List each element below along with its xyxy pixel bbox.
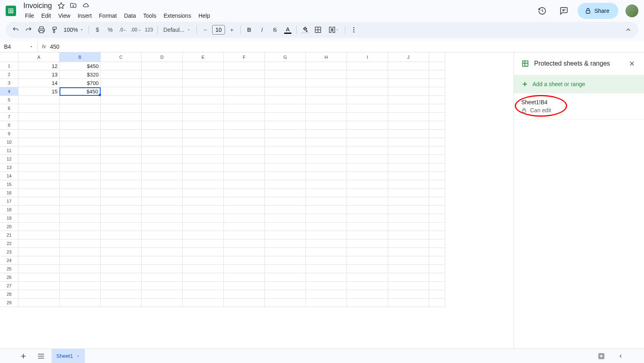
cell[interactable] <box>60 214 101 223</box>
cell[interactable] <box>142 79 183 87</box>
cell[interactable] <box>142 299 183 307</box>
cell[interactable] <box>183 299 224 307</box>
cell[interactable] <box>183 138 224 146</box>
cell[interactable] <box>60 104 101 113</box>
history-icon[interactable] <box>534 3 550 19</box>
increase-decimal-button[interactable]: .00→ <box>130 24 142 36</box>
zoom-select[interactable]: 100% <box>61 27 86 33</box>
cell[interactable] <box>265 223 306 231</box>
cell[interactable]: 13 <box>19 70 60 79</box>
cell[interactable] <box>388 197 429 206</box>
cell[interactable] <box>19 180 60 189</box>
cell[interactable] <box>388 299 429 307</box>
undo-button[interactable] <box>10 24 22 36</box>
cell[interactable] <box>183 70 224 79</box>
menu-data[interactable]: Data <box>121 11 139 21</box>
cell[interactable] <box>183 180 224 189</box>
cell[interactable] <box>265 87 306 96</box>
cell[interactable] <box>388 206 429 214</box>
cell[interactable] <box>265 70 306 79</box>
cell[interactable] <box>101 290 142 299</box>
cell[interactable] <box>60 223 101 231</box>
col-header-A[interactable]: A <box>19 52 60 62</box>
col-header-D[interactable]: D <box>142 52 183 62</box>
cell[interactable] <box>19 273 60 282</box>
all-sheets-button[interactable] <box>34 349 48 363</box>
cell[interactable] <box>347 104 388 113</box>
cell[interactable] <box>388 163 429 172</box>
cell[interactable] <box>347 87 388 96</box>
cell[interactable] <box>183 256 224 265</box>
cell[interactable] <box>142 248 183 256</box>
row-header[interactable]: 26 <box>0 273 19 282</box>
cell[interactable] <box>347 290 388 299</box>
cell[interactable] <box>101 214 142 223</box>
cell[interactable] <box>19 299 60 307</box>
cell[interactable] <box>183 146 224 155</box>
cell[interactable] <box>388 265 429 273</box>
select-all-corner[interactable] <box>0 52 19 62</box>
cell[interactable] <box>306 113 347 121</box>
merge-button[interactable] <box>325 24 343 36</box>
cloud-icon[interactable] <box>82 2 90 9</box>
cell[interactable] <box>306 214 347 223</box>
cell[interactable] <box>388 104 429 113</box>
document-title[interactable]: Invoicing <box>22 2 54 10</box>
cell[interactable] <box>101 273 142 282</box>
row-header[interactable]: 17 <box>0 197 19 206</box>
cell[interactable] <box>142 121 183 130</box>
italic-button[interactable]: I <box>256 24 268 36</box>
cell[interactable] <box>265 282 306 290</box>
cell[interactable] <box>265 273 306 282</box>
cell[interactable] <box>60 138 101 146</box>
cell[interactable] <box>306 223 347 231</box>
font-select[interactable]: Defaul... <box>160 27 194 33</box>
cell[interactable] <box>347 138 388 146</box>
cell[interactable] <box>60 96 101 104</box>
cell[interactable] <box>101 96 142 104</box>
cell[interactable] <box>347 79 388 87</box>
cell[interactable] <box>60 180 101 189</box>
cell[interactable] <box>183 214 224 223</box>
row-header[interactable]: 19 <box>0 214 19 223</box>
cell[interactable] <box>224 180 265 189</box>
cell[interactable] <box>224 223 265 231</box>
cell[interactable] <box>388 155 429 163</box>
menu-tools[interactable]: Tools <box>140 11 160 21</box>
cell[interactable] <box>19 172 60 180</box>
cell[interactable] <box>306 70 347 79</box>
cell[interactable] <box>265 79 306 87</box>
cell[interactable] <box>142 197 183 206</box>
cell[interactable]: $450 <box>60 87 101 96</box>
row-header[interactable]: 25 <box>0 265 19 273</box>
col-header-G[interactable]: G <box>265 52 306 62</box>
sheets-logo[interactable] <box>6 6 16 16</box>
row-header[interactable]: 21 <box>0 231 19 239</box>
cell[interactable] <box>224 146 265 155</box>
cell[interactable] <box>101 180 142 189</box>
cell[interactable] <box>306 138 347 146</box>
cell[interactable] <box>101 206 142 214</box>
menu-extensions[interactable]: Extensions <box>160 11 194 21</box>
cell[interactable] <box>183 265 224 273</box>
cell[interactable] <box>101 62 142 70</box>
cell[interactable] <box>19 223 60 231</box>
cell[interactable] <box>60 231 101 239</box>
cell[interactable] <box>347 214 388 223</box>
row-header[interactable]: 23 <box>0 248 19 256</box>
cell[interactable] <box>306 172 347 180</box>
cell[interactable] <box>142 273 183 282</box>
cell[interactable] <box>142 290 183 299</box>
cell[interactable] <box>60 155 101 163</box>
cell[interactable] <box>388 87 429 96</box>
cell[interactable] <box>101 146 142 155</box>
cell[interactable] <box>60 273 101 282</box>
cell[interactable] <box>347 248 388 256</box>
row-header[interactable]: 6 <box>0 104 19 113</box>
cell[interactable] <box>347 282 388 290</box>
cell[interactable] <box>19 256 60 265</box>
cell[interactable] <box>388 273 429 282</box>
cell[interactable]: 15 <box>19 87 60 96</box>
cell[interactable] <box>347 223 388 231</box>
cell[interactable] <box>388 70 429 79</box>
